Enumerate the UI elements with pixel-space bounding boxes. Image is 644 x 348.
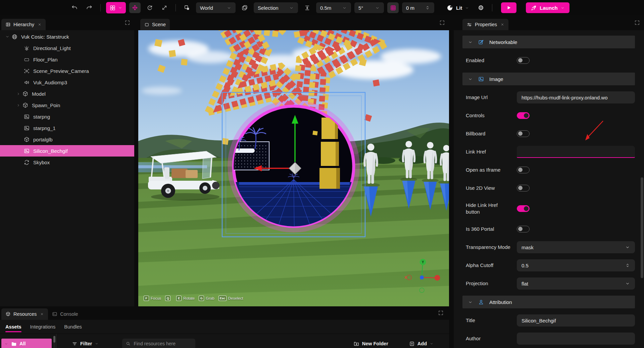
tab-hierarchy[interactable]: Hierarchy: [1, 19, 46, 30]
asset-grid-tool-button[interactable]: [106, 2, 126, 13]
rotate-tool-button[interactable]: [144, 2, 155, 13]
tab-console[interactable]: Console: [48, 308, 82, 320]
chevron-right-icon[interactable]: [14, 103, 22, 107]
properties-tab-label: Properties: [475, 22, 497, 27]
subtab-bundles[interactable]: Bundles: [64, 320, 82, 334]
transform-space-dropdown[interactable]: World: [196, 2, 236, 13]
camera-icon: [23, 68, 30, 74]
elevation-stepper[interactable]: 0 m: [402, 2, 434, 13]
tree-item-floor-plan[interactable]: Floor_Plan: [0, 54, 134, 65]
subtab-integrations[interactable]: Integrations: [30, 320, 56, 334]
title-input[interactable]: [517, 314, 635, 327]
folder-item-all[interactable]: All: [1, 339, 52, 348]
expand-panel-icon[interactable]: [438, 310, 444, 316]
tree-item-starpng[interactable]: starpng: [0, 111, 134, 122]
row-alpha-cutoff: Alpha Cutoff 0.5: [462, 259, 635, 271]
projection-select[interactable]: flat: [517, 277, 635, 290]
grid-snap-toggle-button[interactable]: [387, 2, 399, 13]
author-input[interactable]: [517, 333, 635, 345]
tree-item-spawn-point[interactable]: Spawn_Poin: [0, 99, 134, 111]
cube-icon: [22, 91, 29, 97]
selection-mode-value: Selection: [258, 5, 279, 11]
transform-pivot-button[interactable]: [181, 2, 193, 13]
tree-item-starpng-1[interactable]: starpng_1: [0, 122, 134, 134]
world-editor-app: World Selection 0.5m 5° 0 m Lit: [0, 0, 644, 348]
translate-tool-button[interactable]: [129, 2, 141, 13]
is-360-portal-toggle[interactable]: [517, 226, 530, 232]
undo-button[interactable]: [69, 2, 80, 13]
tree-item-scene-preview-camera[interactable]: Scene_Preview_Camera: [0, 65, 134, 77]
viewport-render[interactable]: Y X: [138, 30, 449, 306]
resources-tab-label: Resources: [13, 311, 37, 317]
section-header-attribution[interactable]: Attribution: [462, 296, 635, 308]
snap-elevation-button[interactable]: [301, 2, 313, 13]
gear-icon: [478, 4, 484, 11]
subtab-assets[interactable]: Assets: [5, 320, 21, 334]
render-mode-dropdown[interactable]: Lit: [446, 4, 469, 11]
chevron-down-icon: [468, 40, 473, 45]
tab-resources[interactable]: Resources: [1, 308, 48, 320]
billboard-toggle[interactable]: [517, 130, 530, 137]
3d-viewport[interactable]: Y X FFocus Q ERotate GGrab EscDeselect: [138, 30, 449, 306]
add-grid-icon: [409, 341, 415, 347]
scale-tool-button[interactable]: [159, 2, 170, 13]
hierarchy-table-icon: [5, 22, 11, 27]
new-folder-icon: [353, 341, 359, 347]
image-url-input[interactable]: [517, 91, 635, 103]
chevron-down-icon[interactable]: [3, 34, 11, 39]
link-href-input[interactable]: [517, 146, 635, 158]
add-asset-button[interactable]: Add: [409, 341, 434, 347]
translation-snap-dropdown[interactable]: 0.5m: [316, 2, 351, 13]
new-folder-button[interactable]: New Folder: [353, 341, 388, 347]
resources-panel: Resources Console Assets Integrations Bu…: [0, 306, 449, 348]
tree-item-silicon-bechgif-selected[interactable]: Silicon_Bechgif: [0, 145, 134, 157]
resource-search[interactable]: [122, 339, 195, 348]
enabled-toggle[interactable]: [517, 57, 530, 64]
close-icon[interactable]: [40, 312, 44, 316]
alpha-cutoff-stepper[interactable]: 0.5: [517, 259, 635, 271]
chevron-right-icon[interactable]: [14, 92, 22, 96]
close-icon[interactable]: [500, 23, 504, 27]
console-tab-label: Console: [60, 311, 78, 317]
search-input[interactable]: [134, 341, 187, 346]
selection-shape-button[interactable]: [239, 2, 250, 13]
grid-2x2-icon: [109, 5, 116, 11]
chevron-down-icon: [342, 5, 347, 10]
tree-item-scene-root[interactable]: Vuk Cosic: Starstruck: [0, 31, 134, 42]
tree-item-model[interactable]: Model: [0, 88, 134, 99]
expand-panel-icon[interactable]: [125, 20, 130, 26]
key-badge: G: [199, 296, 204, 301]
row-is-360-portal: Is 360 Portal: [462, 223, 635, 235]
close-icon[interactable]: [38, 23, 42, 27]
selection-mode-dropdown[interactable]: Selection: [254, 2, 298, 13]
image-icon: [23, 114, 30, 120]
use-2d-view-toggle[interactable]: [517, 185, 530, 191]
section-header-networkable[interactable]: Networkable: [462, 36, 635, 48]
tab-scene[interactable]: Scene: [140, 19, 170, 30]
properties-scrollbar[interactable]: [641, 177, 643, 278]
play-button[interactable]: [501, 2, 516, 13]
tree-item-vuk-audio[interactable]: Vuk_Audiomp3: [0, 77, 134, 88]
tree-item-directional-light[interactable]: Directional_Light: [0, 42, 134, 54]
axis-y-label: Y: [422, 260, 424, 264]
section-header-image[interactable]: Image: [462, 73, 635, 85]
settings-button[interactable]: [475, 2, 487, 13]
expand-panel-icon[interactable]: [439, 20, 445, 26]
open-as-iframe-toggle[interactable]: [517, 167, 530, 173]
chevron-down-icon: [468, 77, 473, 82]
tree-item-skybox[interactable]: Skybox: [0, 157, 134, 168]
hide-link-href-toggle[interactable]: [517, 205, 530, 212]
toolbar-divider: [176, 4, 176, 11]
globe-icon: [11, 34, 18, 40]
tab-properties[interactable]: Properties: [462, 19, 508, 30]
redo-button[interactable]: [84, 2, 95, 13]
folder-list-scrollbar[interactable]: [53, 336, 55, 348]
controls-toggle[interactable]: [517, 112, 530, 119]
filter-dropdown[interactable]: Filter: [72, 341, 99, 347]
rotation-snap-value: 5°: [358, 5, 363, 11]
launch-button[interactable]: Launch: [526, 2, 569, 13]
rotation-snap-dropdown[interactable]: 5°: [354, 2, 384, 13]
expand-panel-icon[interactable]: [634, 20, 640, 26]
tree-item-portalglb[interactable]: portalglb: [0, 134, 134, 145]
transparency-mode-select[interactable]: mask: [517, 241, 635, 253]
